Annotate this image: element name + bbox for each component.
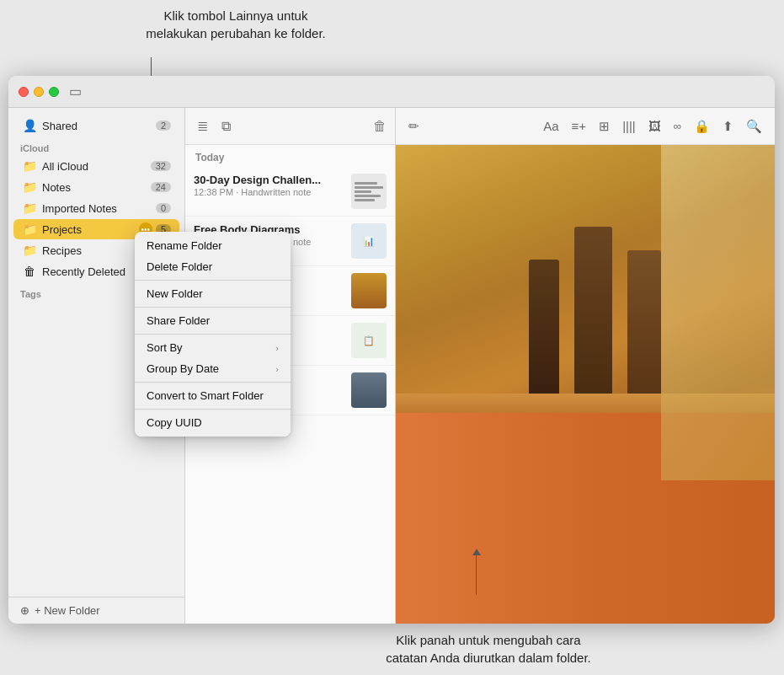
sidebar-item-imported-notes[interactable]: 📁 Imported Notes 0 (13, 198, 179, 218)
menu-item-sort-by[interactable]: Sort By › (135, 337, 291, 358)
recently-deleted-icon: 🗑 (22, 265, 37, 278)
search-icon[interactable]: 🔍 (742, 116, 766, 137)
media-icon[interactable]: 🖼 (644, 116, 665, 136)
menu-divider-5 (135, 409, 291, 410)
list-view-icon[interactable]: ≣ (194, 116, 211, 136)
sidebar-item-shared[interactable]: 👤 Shared 2 (13, 115, 179, 136)
note-thumb-5 (351, 372, 387, 408)
menu-divider-1 (135, 280, 291, 281)
note-thumb-4: 📋 (351, 323, 387, 358)
all-icloud-icon: 📁 (22, 159, 37, 173)
annotation-top: Klik tombol Lainnya untuk melakukan peru… (131, 7, 341, 42)
menu-item-new-folder[interactable]: New Folder (135, 283, 291, 304)
sidebar-toggle-icon[interactable]: ▭ (69, 83, 82, 99)
window-body: 👤 Shared 2 iCloud 📁 All iCloud 32 📁 Note… (8, 108, 775, 624)
font-icon[interactable]: Aa (539, 116, 563, 136)
projects-icon: 📁 (22, 222, 37, 236)
menu-item-group-by-date[interactable]: Group By Date › (135, 358, 291, 379)
note-meta-1: 12:38 PM · Handwritten note (194, 187, 344, 197)
sidebar-item-notes[interactable]: 📁 Notes 24 (13, 177, 179, 197)
sort-by-arrow-icon: › (275, 343, 279, 353)
minimize-button[interactable] (34, 87, 44, 97)
menu-divider-2 (135, 307, 291, 308)
note-thumb-2: 📊 (351, 223, 387, 259)
annotation-arrow-bottom (476, 553, 477, 595)
close-button[interactable] (19, 87, 29, 97)
note-thumb-1 (351, 174, 387, 209)
imported-notes-icon: 📁 (22, 201, 37, 215)
share-icon[interactable]: ⬆ (718, 116, 738, 137)
sidebar-item-all-icloud[interactable]: 📁 All iCloud 32 (13, 156, 179, 176)
menu-item-delete-folder[interactable]: Delete Folder (135, 256, 291, 277)
grid-view-icon[interactable]: ⧉ (218, 117, 234, 136)
audio-icon[interactable]: |||| (618, 116, 640, 136)
note-toolbar: ✏ Aa ≡+ ⊞ |||| 🖼 ∞ 🔒 ⬆ 🔍 (396, 108, 775, 145)
traffic-lights (19, 87, 59, 97)
today-section-header: Today (185, 145, 395, 167)
note-thumb-3 (351, 273, 387, 308)
notes-folder-icon: 📁 (22, 180, 37, 194)
note-item-1[interactable]: 30-Day Design Challen... 12:38 PM · Hand… (185, 167, 395, 217)
photo-preview (396, 145, 775, 624)
lock-icon[interactable]: 🔒 (690, 116, 714, 137)
link-icon[interactable]: ∞ (669, 117, 685, 135)
notes-list-toolbar: ≣ ⧉ 🗑 (185, 108, 395, 145)
notes-window: ▭ 👤 Shared 2 iCloud 📁 All iCloud 32 (8, 76, 775, 624)
compose-icon[interactable]: ✏ (404, 116, 424, 137)
right-panel: ✏ Aa ≡+ ⊞ |||| 🖼 ∞ 🔒 ⬆ 🔍 (396, 108, 775, 624)
menu-item-share-folder[interactable]: Share Folder (135, 310, 291, 331)
menu-divider-4 (135, 382, 291, 383)
group-date-arrow-icon: › (275, 364, 279, 374)
recipes-icon: 📁 (22, 244, 37, 257)
shared-icon: 👤 (22, 119, 37, 132)
menu-item-rename-folder[interactable]: Rename Folder (135, 235, 291, 256)
new-folder-icon: ⊕ (20, 604, 29, 617)
menu-divider-3 (135, 334, 291, 335)
annotation-bottom: Klik panah untuk mengubah cara catatan A… (362, 631, 615, 667)
table-icon[interactable]: ⊞ (595, 116, 614, 137)
note-info-1: 30-Day Design Challen... 12:38 PM · Hand… (194, 174, 344, 197)
note-title-1: 30-Day Design Challen... (194, 174, 344, 186)
format-icon[interactable]: ≡+ (568, 116, 591, 136)
menu-item-copy-uuid[interactable]: Copy UUID (135, 412, 291, 433)
new-folder-button[interactable]: ⊕ + New Folder (20, 604, 173, 617)
titlebar: ▭ (8, 76, 775, 108)
delete-note-icon[interactable]: 🗑 (373, 119, 387, 134)
menu-item-convert-smart-folder[interactable]: Convert to Smart Folder (135, 385, 291, 406)
maximize-button[interactable] (49, 87, 59, 97)
context-menu: Rename Folder Delete Folder New Folder S… (135, 232, 291, 437)
icloud-section-label: iCloud (8, 137, 184, 155)
sidebar-footer: ⊕ + New Folder (8, 597, 184, 624)
